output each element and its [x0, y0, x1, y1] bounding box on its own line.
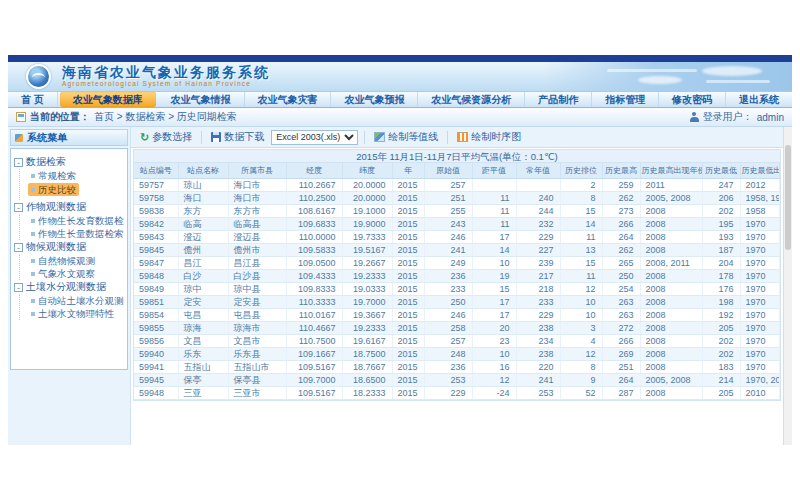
- tree-group-label: 物候观测数据: [26, 240, 86, 254]
- table-row[interactable]: 59855琼海琼海市110.466719.2333201525820238327…: [134, 321, 780, 334]
- nav-tab[interactable]: 首 页: [8, 92, 58, 107]
- tree-leaf[interactable]: 作物生长发育数据检索: [28, 214, 124, 227]
- cell: 253: [424, 373, 472, 386]
- table-row[interactable]: 59849琼中琼中县109.833319.0333201523315218122…: [134, 282, 780, 295]
- cell: 273: [602, 399, 640, 401]
- nav-tab[interactable]: 农业气象灾害: [245, 92, 332, 107]
- table-row[interactable]: 59948三亚三亚市109.516718.23332015229-2425352…: [134, 386, 780, 399]
- collapse-icon[interactable]: -: [14, 243, 23, 252]
- param-select-button[interactable]: ↻ 参数选择: [137, 129, 195, 145]
- column-header: 原始值: [424, 163, 472, 178]
- tree-leaf[interactable]: 土壤水文物理特性: [28, 307, 124, 320]
- table-row[interactable]: 59945保亭保亭县109.700018.6500201525312241926…: [134, 373, 780, 386]
- data-table: 站点编号站点名称所属市县经度纬度年原始值距平值常年值历史排位历史最高历史最高出现…: [134, 163, 780, 401]
- cell: 233: [516, 295, 560, 308]
- cell: 20: [472, 321, 516, 334]
- table-row[interactable]: 59842临高临高县109.683319.9000201524311232142…: [134, 217, 780, 230]
- cell: 2015: [392, 191, 424, 204]
- table-row[interactable]: 59843澄迈澄迈县110.000019.7333201524617229112…: [134, 230, 780, 243]
- nav-tab[interactable]: 指标管理: [592, 92, 659, 107]
- cell: 59951: [134, 399, 178, 401]
- table-row[interactable]: 59757琼山海口市110.266720.0000201525722592011…: [134, 178, 780, 191]
- draw-timeseries-button[interactable]: 绘制时序图: [454, 129, 524, 145]
- tree-leaf[interactable]: 常规检索: [28, 169, 124, 182]
- table-row[interactable]: 59847昌江昌江县109.050019.2667201524910239152…: [134, 256, 780, 269]
- cell: 59757: [134, 178, 178, 191]
- tree-group-label: 数据检索: [26, 155, 66, 169]
- draw-contour-button[interactable]: 绘制等值线: [371, 129, 441, 145]
- nav-tabs: 首 页农业气象数据库农业气象情报农业气象灾害农业气象预报农业气候资源分析产品制作…: [8, 91, 792, 108]
- collapse-icon[interactable]: -: [14, 158, 23, 167]
- tree-leaf[interactable]: 气象水文观察: [28, 267, 124, 280]
- cell: 198: [702, 295, 740, 308]
- cell: 五指山: [178, 360, 228, 373]
- cell: 262: [602, 191, 640, 204]
- cell: 2015: [392, 269, 424, 282]
- nav-tab[interactable]: 农业气象情报: [158, 92, 245, 107]
- tree-group[interactable]: -土壤水分观测数据: [14, 280, 124, 294]
- nav-tab[interactable]: 修改密码: [659, 92, 726, 107]
- tree-leaf[interactable]: 自动站土壤水分观测: [28, 294, 124, 307]
- cell: 三亚: [178, 386, 228, 399]
- download-format-select[interactable]: Excel 2003(.xls): [271, 130, 358, 145]
- cell: 屯昌: [178, 308, 228, 321]
- cell: 240: [516, 191, 560, 204]
- cell: 238: [516, 321, 560, 334]
- table-row[interactable]: 59854屯昌屯昌县110.016719.3667201524617229102…: [134, 308, 780, 321]
- cell: 2008: [640, 243, 702, 256]
- tree-leaf[interactable]: 作物生长量数据检索: [28, 227, 124, 240]
- tree-children: 自动站土壤水分观测土壤水文物理特性: [19, 294, 124, 320]
- cell: 232: [516, 217, 560, 230]
- column-header: 常年值: [516, 163, 560, 178]
- table-row[interactable]: 59951万宁万宁市110.366718.8000201525613243927…: [134, 399, 780, 401]
- menu-icon: [15, 134, 23, 142]
- cell: 11: [472, 217, 516, 230]
- collapse-icon[interactable]: -: [14, 283, 23, 292]
- tree-group[interactable]: -物候观测数据: [14, 240, 124, 254]
- nav-tab[interactable]: 农业气候资源分析: [418, 92, 525, 107]
- tree-leaf-selected[interactable]: 历史比较: [28, 183, 79, 196]
- table-row[interactable]: 59758海口海口市110.250020.0000201525111240826…: [134, 191, 780, 204]
- nav-tab[interactable]: 农业气象预报: [331, 92, 418, 107]
- tree-children: 常规检索历史比较: [19, 169, 124, 200]
- cell: 244: [516, 204, 560, 217]
- table-row[interactable]: 59856文昌文昌市110.750019.6167201525723234426…: [134, 334, 780, 347]
- cell: 2008: [640, 308, 702, 321]
- download-button[interactable]: 数据下载: [208, 129, 267, 145]
- table-row[interactable]: 59845儋州儋州市109.583319.5167201524114227132…: [134, 243, 780, 256]
- table-row[interactable]: 59848白沙白沙县109.433319.2333201523619217112…: [134, 269, 780, 282]
- cell: 1970: [740, 321, 780, 334]
- nav-tab[interactable]: 产品制作: [525, 92, 592, 107]
- cell: 227: [516, 243, 560, 256]
- cell: 18.6500: [342, 373, 392, 386]
- table-row[interactable]: 59851定安定安县110.333319.7000201525017233102…: [134, 295, 780, 308]
- breadcrumb-path[interactable]: 首页 > 数据检索 > 历史同期检索: [94, 110, 237, 124]
- cell: 109.8333: [286, 282, 342, 295]
- toolbar-separator: [201, 131, 202, 144]
- table-row[interactable]: 59941五指山五指山市109.516718.76672015236162208…: [134, 360, 780, 373]
- cell: 1970: [740, 399, 780, 401]
- tree-leaf[interactable]: 自然物候观测: [28, 254, 124, 267]
- cell: 202: [702, 347, 740, 360]
- cell: 2008: [640, 334, 702, 347]
- cell: 临高县: [228, 217, 286, 230]
- tree-group[interactable]: -作物观测数据: [14, 200, 124, 214]
- collapse-icon[interactable]: -: [14, 203, 23, 212]
- cell: 109.6833: [286, 217, 342, 230]
- user-icon: [690, 112, 699, 122]
- table-row[interactable]: 59940乐东乐东县109.166718.7500201524810238122…: [134, 347, 780, 360]
- cell: 236: [424, 360, 472, 373]
- cell: 儋州: [178, 243, 228, 256]
- cell: 2005, 2008: [640, 373, 702, 386]
- cell: 110.3667: [286, 399, 342, 401]
- scrollbar-thumb[interactable]: [785, 145, 791, 250]
- cell: 241: [516, 373, 560, 386]
- tree-group[interactable]: -数据检索: [14, 155, 124, 169]
- cell: 243: [424, 217, 472, 230]
- nav-tab[interactable]: 退出系统: [726, 92, 792, 107]
- table-row[interactable]: 59838东方东方市108.616719.1000201525511244152…: [134, 204, 780, 217]
- nav-tab-active[interactable]: 农业气象数据库: [60, 92, 156, 107]
- main-panel: ↻ 参数选择 数据下载 Excel 2003(.xls) 绘制等值线: [131, 127, 792, 445]
- vertical-scrollbar[interactable]: [783, 127, 792, 445]
- cell: 59851: [134, 295, 178, 308]
